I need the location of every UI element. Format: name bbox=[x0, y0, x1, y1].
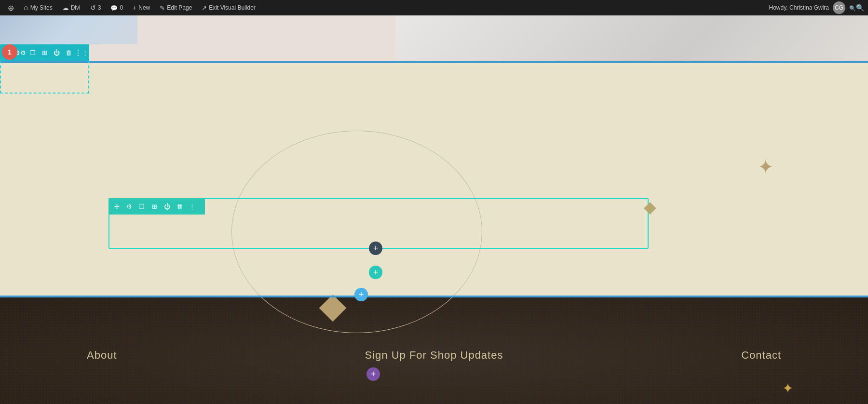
plus-icon: + bbox=[373, 268, 379, 277]
exit-builder-item[interactable]: Exit Visual Builder bbox=[198, 0, 259, 15]
new-icon bbox=[133, 4, 136, 12]
edit-page-label: Edit Page bbox=[167, 4, 192, 11]
row2-diamond-decoration bbox=[644, 202, 656, 214]
add-row-teal-button[interactable]: + bbox=[369, 266, 382, 279]
footer-about-link[interactable]: About bbox=[87, 349, 117, 362]
beige-section: ✦ ✛ ⚙ ❐ ⊞ ⏻ 🗑 ⋮ + + bbox=[0, 63, 868, 297]
row2-duplicate-button[interactable]: ❐ bbox=[136, 201, 147, 212]
footer-signup-link[interactable]: Sign Up For Shop Updates bbox=[365, 349, 503, 362]
row2-settings-button[interactable]: ⚙ bbox=[124, 201, 135, 212]
comments-count: 0 bbox=[120, 4, 123, 11]
row2-toolbar: ✛ ⚙ ❐ ⊞ ⏻ 🗑 ⋮ bbox=[108, 198, 205, 215]
my-sites-item[interactable]: My Sites bbox=[20, 0, 56, 15]
revisions-item[interactable]: ↺ 3 bbox=[86, 0, 105, 15]
plus-icon: + bbox=[373, 244, 379, 253]
exit-icon bbox=[202, 4, 207, 12]
footer-contact-link[interactable]: Contact bbox=[741, 349, 781, 362]
star-footer-decoration: ✦ bbox=[782, 382, 793, 395]
section-number-badge: 1 bbox=[2, 44, 17, 60]
home-icon bbox=[24, 3, 28, 12]
plus-icon: + bbox=[359, 290, 364, 299]
comments-item[interactable]: 0 bbox=[107, 0, 127, 15]
edit-icon bbox=[160, 4, 165, 12]
row2-delete-button[interactable]: 🗑 bbox=[174, 201, 185, 212]
add-row-dark-button[interactable]: + bbox=[369, 242, 382, 255]
user-greeting: Howdy, Christina Gwira bbox=[769, 4, 829, 11]
new-label: New bbox=[138, 4, 150, 11]
revisions-count: 3 bbox=[98, 4, 101, 11]
row1-more-button[interactable]: ⋮ bbox=[76, 47, 86, 58]
add-section-blue-button[interactable]: + bbox=[354, 288, 368, 301]
new-item[interactable]: New bbox=[129, 0, 154, 15]
blue-section-border-top bbox=[0, 61, 868, 63]
add-purple-button[interactable]: + bbox=[366, 367, 380, 381]
row2-move-button[interactable]: ✛ bbox=[111, 201, 122, 212]
divi-label: Divi bbox=[71, 4, 81, 11]
my-sites-label: My Sites bbox=[30, 4, 53, 11]
avatar[interactable]: CG bbox=[833, 1, 845, 14]
divi-item[interactable]: Divi bbox=[58, 0, 84, 15]
row1-grid-button[interactable]: ⊞ bbox=[40, 47, 50, 58]
footer-signup-label: Sign Up For Shop Updates bbox=[365, 349, 503, 361]
footer-contact-label: Contact bbox=[741, 349, 781, 361]
row1-disable-button[interactable]: ⏻ bbox=[52, 47, 62, 58]
wp-icon bbox=[8, 3, 14, 13]
cloud-icon bbox=[62, 4, 69, 12]
footer-about-label: About bbox=[87, 349, 117, 361]
plus-icon: + bbox=[371, 370, 376, 378]
comment-icon bbox=[110, 4, 118, 12]
section-number: 1 bbox=[8, 48, 12, 56]
row2-module-container: ✛ ⚙ ❐ ⊞ ⏻ 🗑 ⋮ bbox=[108, 198, 649, 249]
row2-grid-button[interactable]: ⊞ bbox=[149, 201, 160, 212]
row2-disable-button[interactable]: ⏻ bbox=[162, 201, 172, 212]
row2-more-button[interactable]: ⋮ bbox=[187, 201, 197, 212]
exit-builder-label: Exit Visual Builder bbox=[209, 4, 256, 11]
row1-duplicate-button[interactable]: ❐ bbox=[27, 47, 38, 58]
footer-section: ✦ About Sign Up For Shop Updates Contact… bbox=[0, 297, 868, 404]
search-icon[interactable]: 🔍 bbox=[849, 4, 864, 12]
top-left-image bbox=[0, 15, 137, 44]
main-content: 1 ⚙ ❐ ⊞ ⏻ 🗑 ⋮ ✦ ✛ ⚙ ❐ ⊞ ⏻ 🗑 ⋮ bbox=[0, 15, 868, 404]
admin-bar: My Sites Divi ↺ 3 0 New Edit Page Exit V… bbox=[0, 0, 868, 15]
blue-section-border-bottom bbox=[0, 296, 868, 297]
wp-logo-item[interactable] bbox=[4, 0, 18, 15]
star-top-right-decoration: ✦ bbox=[758, 157, 774, 176]
revisions-icon: ↺ bbox=[90, 4, 96, 12]
admin-bar-right: Howdy, Christina Gwira CG 🔍 bbox=[769, 1, 864, 14]
row1-delete-button[interactable]: 🗑 bbox=[64, 47, 74, 58]
edit-page-item[interactable]: Edit Page bbox=[156, 0, 196, 15]
